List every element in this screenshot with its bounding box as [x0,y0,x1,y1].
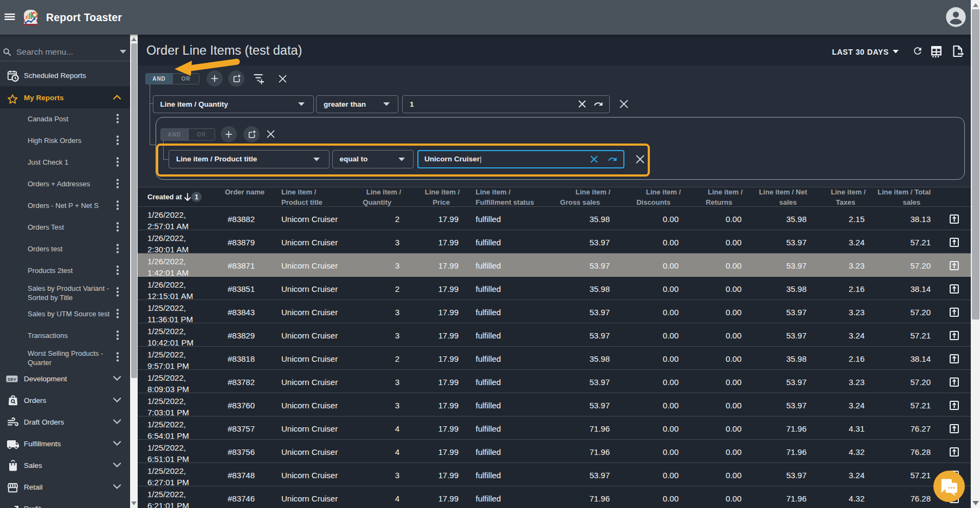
svg-text:DEV: DEV [8,377,16,382]
